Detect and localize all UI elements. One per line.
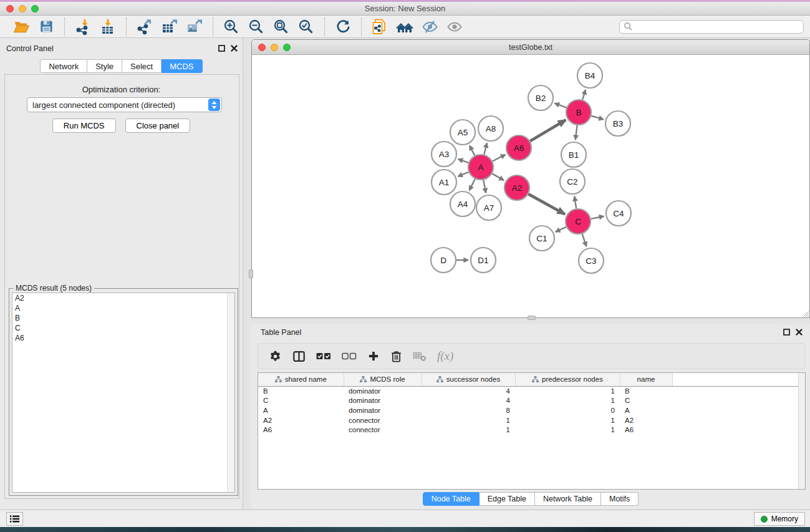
network-canvas[interactable]: B4B2BB3A8A5A6A3B1AC2A1A2A4A7C4CC1C3DD1 <box>252 55 809 317</box>
graph-edge[interactable] <box>554 103 566 107</box>
search-input[interactable] <box>633 21 803 32</box>
close-panel-icon[interactable] <box>231 45 238 52</box>
graph-node[interactable]: A5 <box>450 120 475 145</box>
graph-node[interactable]: A3 <box>432 142 456 167</box>
mcds-result-list[interactable]: A2ABCA6 <box>12 293 235 493</box>
function-builder-button[interactable]: f(x) <box>437 347 453 365</box>
export-image-button[interactable] <box>182 17 207 37</box>
graph-node[interactable]: C1 <box>529 226 554 251</box>
graph-node[interactable]: C4 <box>606 201 631 226</box>
graph-edge[interactable] <box>528 194 565 214</box>
graph-edge[interactable] <box>576 125 577 140</box>
toggle-column-display-button[interactable] <box>292 347 306 365</box>
graph-node[interactable]: B4 <box>577 63 602 88</box>
graph-node[interactable]: D1 <box>471 248 496 273</box>
table-cell[interactable]: 1 <box>422 425 515 435</box>
column-header-name[interactable]: name <box>620 373 672 386</box>
result-list-item[interactable]: A6 <box>12 333 234 343</box>
graph-node[interactable]: C2 <box>560 169 585 194</box>
table-cell[interactable]: C <box>258 396 344 406</box>
table-row[interactable]: Bdominator41B <box>258 386 805 396</box>
tab-network-table[interactable]: Network Table <box>535 492 601 506</box>
graph-edge[interactable] <box>574 196 576 208</box>
table-cell[interactable]: 1 <box>515 396 620 406</box>
tab-motifs[interactable]: Motifs <box>601 492 639 506</box>
table-cell[interactable]: 4 <box>422 396 515 406</box>
graph-edge[interactable] <box>591 216 604 219</box>
table-cell[interactable]: 1 <box>422 415 515 425</box>
table-cell[interactable]: A <box>620 405 672 415</box>
result-list-item[interactable]: B <box>12 313 234 323</box>
graph-edge[interactable] <box>582 90 586 100</box>
show-all-button[interactable] <box>442 17 467 37</box>
apply-layout-button[interactable] <box>330 17 355 37</box>
table-cell[interactable]: A2 <box>258 415 344 425</box>
graph-edge[interactable] <box>470 145 475 155</box>
memory-button[interactable]: Memory <box>754 512 805 526</box>
tab-select[interactable]: Select <box>122 59 162 73</box>
table-cell[interactable]: connector <box>344 425 422 435</box>
criterion-dropdown[interactable]: largest connected component (directed) <box>27 97 222 112</box>
graph-node[interactable]: A8 <box>478 116 503 141</box>
tab-node-table[interactable]: Node Table <box>423 492 480 506</box>
table-cell[interactable]: dominator <box>344 405 422 415</box>
graph-edge[interactable] <box>458 172 468 177</box>
network-horizontal-scroll-thumb[interactable] <box>528 316 536 320</box>
save-session-button[interactable] <box>34 17 59 37</box>
window-resize-grip[interactable] <box>801 309 809 317</box>
zoom-in-button[interactable] <box>219 17 244 37</box>
create-column-button[interactable] <box>367 347 380 365</box>
zoom-fit-button[interactable] <box>269 17 294 37</box>
close-panel-button[interactable]: Close panel <box>125 118 191 133</box>
graph-edge[interactable] <box>493 155 506 162</box>
graph-node[interactable]: D <box>431 248 456 273</box>
node-table[interactable]: shared name MCDS role successor nodes pr… <box>258 372 806 490</box>
tab-edge-table[interactable]: Edge Table <box>480 492 535 506</box>
table-scrollbar[interactable] <box>798 373 805 489</box>
table-cell[interactable]: 1 <box>515 386 620 396</box>
result-list-item[interactable]: A <box>12 303 234 313</box>
graph-node[interactable]: C3 <box>579 248 604 273</box>
table-row[interactable]: Adominator80A <box>258 405 805 415</box>
graph-node[interactable]: B3 <box>605 111 630 136</box>
column-header-successor-nodes[interactable]: successor nodes <box>422 373 515 386</box>
delete-table-button[interactable] <box>413 347 427 365</box>
import-network-button[interactable] <box>70 17 95 37</box>
delete-column-button[interactable] <box>390 347 402 365</box>
network-window-titlebar[interactable]: testGlobe.txt <box>252 40 809 55</box>
graph-node[interactable]: A <box>468 155 493 180</box>
graph-edge[interactable] <box>470 179 475 191</box>
table-cell[interactable]: A <box>258 405 344 415</box>
float-panel-icon[interactable] <box>218 45 225 52</box>
export-table-button[interactable] <box>157 17 182 37</box>
network-vertical-scroll-thumb[interactable] <box>249 269 253 278</box>
select-all-button[interactable] <box>316 347 331 365</box>
hide-selected-button[interactable] <box>417 17 442 37</box>
open-session-button[interactable] <box>9 17 34 37</box>
float-table-panel-icon[interactable] <box>783 329 790 336</box>
table-cell[interactable]: 4 <box>422 386 515 396</box>
graph-edge[interactable] <box>458 159 469 163</box>
graph-edge[interactable] <box>591 116 604 120</box>
table-cell[interactable]: B <box>258 386 344 396</box>
table-cell[interactable]: A6 <box>258 425 344 435</box>
new-network-from-selection-button[interactable] <box>367 17 392 37</box>
table-cell[interactable]: dominator <box>344 386 422 396</box>
result-list-item[interactable]: A2 <box>12 293 234 303</box>
close-table-panel-icon[interactable] <box>796 329 803 336</box>
tab-mcds[interactable]: MCDS <box>162 59 202 73</box>
result-list-item[interactable]: C <box>12 323 234 333</box>
zoom-selected-button[interactable] <box>294 17 319 37</box>
graph-node[interactable]: B <box>566 100 591 125</box>
graph-node[interactable]: B2 <box>528 85 553 110</box>
column-header-shared-name[interactable]: shared name <box>258 373 344 386</box>
table-cell[interactable]: 1 <box>515 425 620 435</box>
table-cell[interactable]: 8 <box>422 405 515 415</box>
graph-edge[interactable] <box>484 143 487 154</box>
table-cell[interactable]: 1 <box>515 415 620 425</box>
graph-node[interactable]: C <box>566 209 591 234</box>
table-row[interactable]: A2connector11A2 <box>258 415 805 425</box>
graph-node[interactable]: A1 <box>432 170 456 195</box>
table-settings-button[interactable] <box>269 347 282 365</box>
task-history-button[interactable] <box>6 512 23 526</box>
